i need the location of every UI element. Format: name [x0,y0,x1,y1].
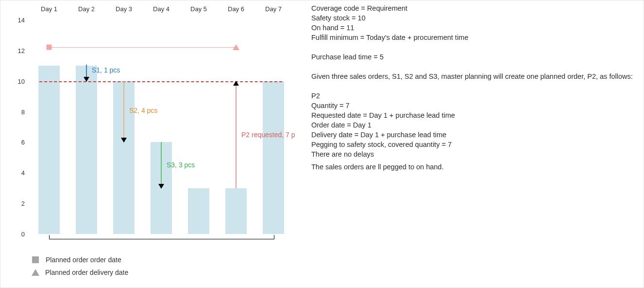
ylabel-0: 0 [10,231,25,238]
legend-order-date-label: Planned order order date [46,256,121,264]
arrow-s1 [86,65,87,81]
ylabel-10: 10 [10,78,25,85]
arrow-s3 [161,142,162,188]
bar-day7 [263,81,284,234]
annotation-s1: S1, 1 pcs [92,66,120,74]
bar-day6 [225,188,247,234]
side-line: P2 [311,91,637,101]
lead-time-line [49,47,236,48]
chart-area: Day 1 Day 2 Day 3 Day 4 Day 5 Day 6 Day … [10,0,302,253]
xlabel-day5: Day 5 [190,5,207,13]
side-line: Fulfill minimum = Today's date + procure… [311,33,637,42]
side-line: Pegging to safety stock, covered quantit… [311,140,637,149]
page-root: Day 1 Day 2 Day 3 Day 4 Day 5 Day 6 Day … [0,0,644,288]
side-line: Coverage code = Requirement [311,3,637,13]
xlabel-day7: Day 7 [265,5,282,13]
xlabel-day6: Day 6 [228,5,244,13]
arrow-s2 [123,81,124,142]
side-explanation: Coverage code = Requirement Safety stock… [311,3,637,172]
annotation-s2: S2, 4 pcs [129,107,157,114]
ylabel-4: 4 [10,169,25,177]
xlabel-day3: Day 3 [116,5,132,13]
side-line: Quantity = 7 [311,101,637,110]
legend-delivery-date: Planned order delivery date [32,266,128,279]
ylabel-2: 2 [10,200,25,207]
side-line: There are no delays [311,149,637,159]
side-line: Safety stock = 10 [311,13,637,23]
planned-order-date-icon [47,45,52,50]
time-bracket [49,235,274,239]
arrow-p2 [236,81,237,188]
side-line: The sales orders are ll pegged to on han… [311,162,637,172]
bar-day5 [188,188,209,234]
side-line: On hand = 11 [311,23,637,33]
xlabel-day1: Day 1 [41,5,57,13]
bar-day1 [38,66,60,234]
annotation-p2: P2 requested, 7 p [241,131,295,139]
ylabel-8: 8 [10,108,25,116]
side-line: Order date = Day 1 [311,120,637,130]
legend-order-date: Planned order order date [32,253,128,266]
chart-legend: Planned order order date Planned order d… [32,253,128,279]
safety-stock-line [39,81,282,82]
side-line: Given three sales orders, S1, S2 and S3,… [311,72,637,81]
xlabel-day4: Day 4 [153,5,169,13]
triangle-icon [32,269,39,276]
annotation-s3: S3, 3 pcs [167,161,195,169]
plot-area: 0 2 4 6 8 10 12 14 [30,20,292,234]
ylabel-14: 14 [10,17,25,24]
side-line: Purchase lead time = 5 [311,52,637,62]
square-icon [32,256,39,263]
legend-delivery-date-label: Planned order delivery date [45,269,128,276]
planned-delivery-date-icon [233,44,239,50]
ylabel-12: 12 [10,47,25,54]
side-line: Delivery date = Day 1 + purchase lead ti… [311,130,637,140]
xlabel-day2: Day 2 [78,5,95,13]
ylabel-6: 6 [10,139,25,146]
bar-day2 [76,66,97,234]
side-line: Requested date = Day 1 + purchase lead t… [311,110,637,120]
